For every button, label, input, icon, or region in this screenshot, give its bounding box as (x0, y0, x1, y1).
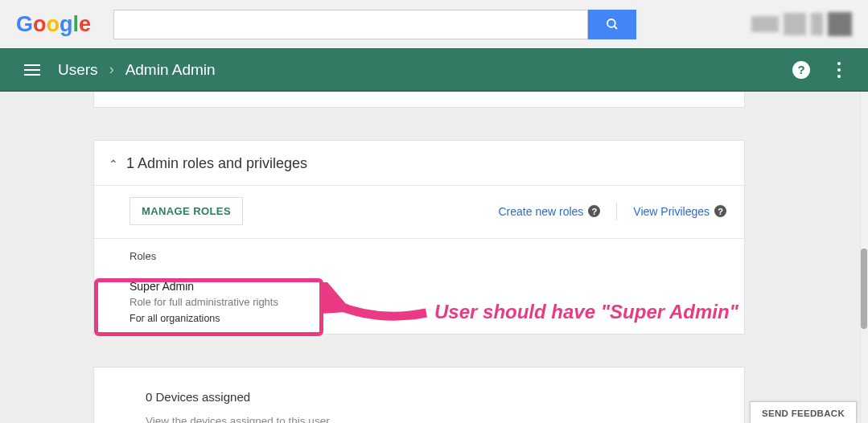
view-privileges-label: View Privileges (633, 205, 710, 218)
roles-card-header[interactable]: ⌃ 1 Admin roles and privileges (94, 141, 744, 186)
scrollbar-thumb[interactable] (861, 248, 867, 329)
manage-roles-button[interactable]: MANAGE ROLES (130, 197, 243, 225)
menu-icon[interactable] (24, 64, 40, 76)
search-input[interactable] (113, 10, 588, 39)
roles-card-title: 1 Admin roles and privileges (126, 155, 307, 172)
role-org: For all organizations (130, 313, 744, 324)
role-desc: Role for full administrative rights (130, 296, 744, 308)
breadcrumb-root[interactable]: Users (58, 61, 98, 79)
create-roles-label: Create new roles (499, 205, 584, 218)
roles-card: ⌃ 1 Admin roles and privileges MANAGE RO… (93, 140, 745, 335)
create-roles-link[interactable]: Create new roles ? (499, 205, 601, 218)
devices-sub: View the devices assigned to this user (146, 415, 744, 423)
help-icon[interactable]: ? (792, 61, 810, 79)
svg-line-1 (614, 26, 617, 29)
separator (616, 203, 617, 220)
more-icon[interactable] (834, 62, 844, 78)
send-feedback-button[interactable]: SEND FEEDBACK (750, 401, 857, 423)
account-area[interactable] (751, 12, 852, 36)
breadcrumb-current: Admin Admin (125, 61, 216, 79)
devices-card[interactable]: 0 Devices assigned View the devices assi… (93, 367, 745, 423)
breadcrumb: Users › Admin Admin (58, 61, 216, 79)
help-icon[interactable]: ? (714, 205, 726, 217)
chevron-up-icon: ⌃ (109, 158, 118, 170)
svg-point-0 (607, 19, 615, 27)
role-name: Super Admin (130, 280, 744, 293)
chevron-right-icon: › (109, 61, 114, 78)
search-button[interactable] (588, 10, 636, 39)
google-logo: Google (16, 12, 91, 37)
search-icon (605, 17, 619, 31)
search-bar (113, 10, 636, 39)
help-icon[interactable]: ? (588, 205, 600, 217)
devices-title: 0 Devices assigned (146, 390, 744, 404)
view-privileges-link[interactable]: View Privileges ? (633, 205, 726, 218)
card-stub (93, 92, 745, 108)
scrollbar[interactable] (860, 92, 868, 423)
roles-list-header: Roles (94, 239, 744, 272)
role-row-super-admin[interactable]: Super Admin Role for full administrative… (94, 272, 744, 334)
